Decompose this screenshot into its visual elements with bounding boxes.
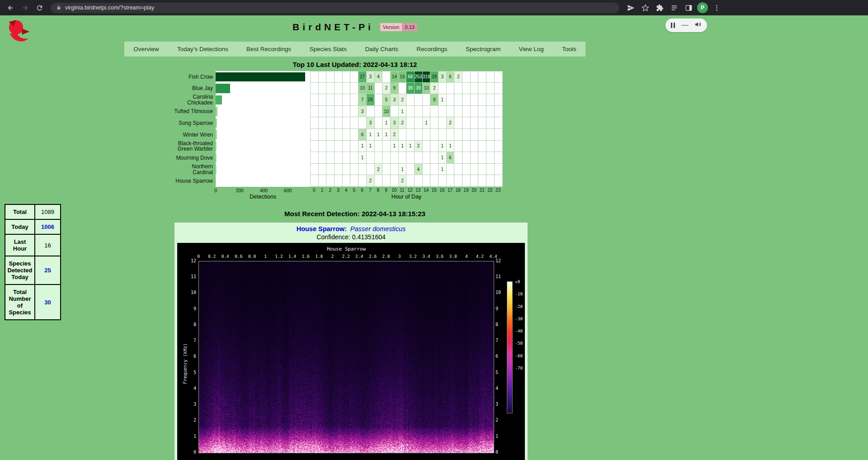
heatmap-cell [447,83,455,95]
heatmap-cell [423,164,431,175]
volume-icon[interactable] [694,21,702,30]
audio-player[interactable] [665,19,707,32]
heatmap-cell: 39 [415,83,423,95]
hour-axis-tick: 9 [382,188,390,193]
audio-timeline[interactable] [681,25,689,26]
send-icon[interactable] [625,2,637,14]
chart-row: Northern Cardinal2141 [172,164,585,175]
heatmap-cell: 1 [359,141,367,152]
heatmap-cell: 2 [399,117,407,129]
bar-track [216,141,310,152]
heatmap-cell [343,71,351,83]
spec-y-tick: 8 [495,322,498,327]
heatmap-cell [462,94,471,106]
hour-axis-tick: 14 [422,188,430,193]
heatmap-cell [406,164,415,175]
heatmap-cell: 27 [359,71,367,83]
stats-value[interactable]: 1006 [35,219,61,234]
heatmap-cell [439,129,447,141]
nav-item-daily-charts[interactable]: Daily Charts [363,46,400,52]
heatmap-cell [343,129,351,141]
reading-list-icon[interactable] [668,2,680,14]
spec-y-tick: 12 [184,258,196,263]
heatmap-cell [391,106,399,118]
stats-label: Total [5,204,35,219]
heatmap-cell [375,175,383,187]
heatmap-cell [471,94,479,106]
heatmap-cell [478,141,486,152]
version-badge: Version0.13 [380,23,417,31]
species-label: Song Sparrow [172,117,216,129]
bookmark-star-icon[interactable] [639,2,651,14]
menu-kebab-icon[interactable] [711,2,722,14]
hour-axis-tick: 0 [310,188,318,193]
heatmap-cell: 1 [439,152,447,164]
forward-button[interactable] [19,2,31,14]
heatmap-cell: 10 [382,106,391,118]
spec-x-tick: 3.6 [436,254,443,259]
hour-axis-tick: 5 [350,188,358,193]
address-bar[interactable]: virginia.birdnetpi.com/?stream=play [51,3,619,13]
nav-item-tools[interactable]: Tools [560,46,578,52]
stats-value[interactable]: 25 [35,256,61,285]
stats-row: Total Number of Species30 [5,285,61,320]
heatmap-cell [399,152,407,164]
heatmap-cell [423,152,431,164]
species-label: Blue Jay [172,83,216,95]
reload-button[interactable] [33,2,45,14]
spec-y-tick: 9 [184,306,196,311]
detection-species-link[interactable]: House Sparrow: [297,225,347,232]
heatmap-cell [335,106,343,118]
extensions-icon[interactable] [654,2,665,14]
nav-item-spectrogram[interactable]: Spectrogram [464,46,502,52]
heatmap-cell [462,164,471,175]
heatmap-cell [375,83,383,95]
heatmap-cell [359,164,367,175]
heatmap-cell [430,152,439,164]
heatmap-cell: 2 [367,175,375,187]
nav-item-species-stats[interactable]: Species Stats [307,46,349,52]
spec-y-tick: 3 [495,402,498,407]
nav-item-view-log[interactable]: View Log [517,46,546,52]
stats-label: Last Hour [5,234,35,256]
spec-y-tick: 11 [184,274,196,279]
nav-item-overview[interactable]: Overview [132,46,160,52]
pause-button[interactable] [671,23,675,28]
heat-row: 3101 [310,106,503,118]
hour-axis-tick: 6 [358,188,366,193]
colorbar-tick: -20 [515,304,523,309]
nav-item-today-s-detections[interactable]: Today's Detections [175,46,230,52]
heatmap-cell [326,94,335,106]
side-panel-icon[interactable] [683,2,694,14]
heatmap-cell [495,152,503,164]
spec-x-tick: 0.4 [222,254,229,259]
heatmap-cell: 1 [423,117,431,129]
spec-x-tick: 1 [264,254,267,259]
heatmap-cell [343,164,351,175]
browser-toolbar: virginia.birdnetpi.com/?stream=play P [0,0,868,15]
heat-row: 61112 [310,129,503,141]
heatmap-cell: 2 [454,71,462,83]
stats-value[interactable]: 30 [35,285,61,320]
heatmap-cell [471,175,479,187]
back-button[interactable] [5,2,16,14]
spectrogram-canvas [198,261,494,453]
heatmap-cell [423,94,431,106]
heatmap-cell: 68 [406,71,415,83]
heatmap-cell: 1 [391,141,399,152]
profile-avatar[interactable]: P [697,2,708,13]
heatmap-cell: 9 [391,83,399,95]
nav-item-recordings[interactable]: Recordings [415,46,449,52]
page-wrapper: BirdNET-Pi Version0.13 OverviewToday's D… [0,15,710,460]
heatmap-cell [423,141,431,152]
heatmap-cell [311,106,319,118]
heatmap-cell [462,106,471,118]
heatmap-cell [423,175,431,187]
heatmap-cell [319,129,327,141]
detection-species-latin[interactable]: Passer domesticus [350,225,406,232]
nav-item-best-recordings[interactable]: Best Recordings [245,46,293,52]
spec-y-tick: 0 [184,450,196,455]
spec-y-tick: 5 [495,370,498,375]
spectrogram: House Sparrow 00.20.40.60.811.21.41.61.8… [177,243,525,460]
hour-axis-tick: 19 [462,188,470,193]
